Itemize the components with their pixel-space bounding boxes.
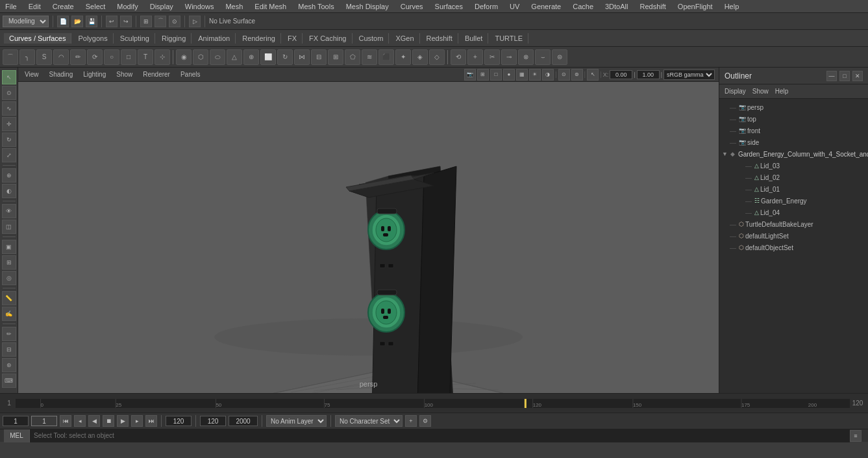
shelf-tab-rigging[interactable]: Rigging: [156, 33, 192, 44]
nurbs-torus-icon[interactable]: ⊕: [243, 49, 259, 65]
outliner-item-front[interactable]: — 📷 front: [719, 125, 868, 136]
menu-meshtools[interactable]: Mesh Tools: [295, 3, 336, 10]
menu-deform[interactable]: Deform: [472, 3, 501, 10]
surface-bevel-icon[interactable]: ⬠: [345, 49, 360, 65]
intersect-icon[interactable]: ⊗: [518, 49, 534, 65]
measure-icon[interactable]: 📏: [2, 291, 16, 305]
vp-texture-icon[interactable]: ▦: [516, 69, 528, 81]
surface-square-icon[interactable]: ⬛: [378, 49, 394, 65]
menu-create[interactable]: Create: [50, 3, 77, 10]
mode-dropdown[interactable]: Modeling: [3, 16, 49, 27]
menu-editmesh[interactable]: Edit Mesh: [252, 3, 289, 10]
new-file-icon[interactable]: 📄: [57, 16, 69, 27]
fillet-icon[interactable]: ⌣: [535, 49, 551, 65]
play-back-btn[interactable]: ◀: [88, 415, 100, 427]
redo-icon[interactable]: ↪: [120, 16, 132, 27]
save-file-icon[interactable]: 💾: [86, 16, 97, 27]
nurbs-cone-icon[interactable]: △: [227, 49, 242, 65]
outliner-content[interactable]: — 📷 persp — 📷 top — 📷 front — 📷 side: [719, 99, 868, 393]
timeline-bar[interactable]: 0 25 50 75 100 120 150 175 200: [16, 399, 850, 408]
soft-select-icon[interactable]: ◐: [2, 184, 16, 198]
universal-icon[interactable]: ⊕: [2, 168, 16, 183]
vp-tab-show[interactable]: Show: [114, 70, 135, 79]
outliner-item-objectset[interactable]: — ⬡ defaultObjectSet: [719, 242, 868, 253]
shelf-tab-rendering[interactable]: Rendering: [237, 33, 281, 44]
menu-3dtall[interactable]: 3DtoAll: [602, 3, 630, 10]
outliner-item-turtle-layer[interactable]: — ⬡ TurtleDefaultBakeLayer: [719, 218, 868, 230]
menu-file[interactable]: File: [3, 3, 19, 10]
snap-point-icon[interactable]: ⊙: [169, 16, 180, 27]
viewport-canvas[interactable]: X Y Z persp: [18, 82, 719, 393]
grease-pencil-icon[interactable]: ✏: [2, 327, 16, 341]
outliner-menu-display[interactable]: Display: [725, 88, 746, 95]
shelf-tab-xgen[interactable]: XGen: [390, 33, 419, 44]
scale-icon[interactable]: ⤢: [2, 148, 16, 162]
menu-cache[interactable]: Cache: [570, 3, 596, 10]
vp-tab-view[interactable]: View: [22, 70, 42, 79]
viewport[interactable]: View Shading Lighting Show Renderer Pane…: [18, 68, 719, 393]
offset-icon[interactable]: ⊜: [552, 49, 567, 65]
shelf-tab-fxcaching[interactable]: FX Caching: [304, 33, 352, 44]
curve-ep-icon[interactable]: ╮: [19, 49, 35, 65]
play-fwd-btn[interactable]: ▶: [117, 415, 129, 427]
outliner-item-side[interactable]: — 📷 side: [719, 136, 868, 148]
render-region-icon[interactable]: ▣: [2, 240, 16, 254]
vp-tab-renderer[interactable]: Renderer: [140, 70, 173, 79]
shelf-tab-redshift[interactable]: Redshift: [421, 33, 458, 44]
menu-uv[interactable]: UV: [507, 3, 522, 10]
vp-shadow-icon[interactable]: ◑: [542, 69, 554, 81]
quick-layout-icon[interactable]: ⊟: [2, 342, 16, 357]
surface-boundary-icon[interactable]: ⊞: [328, 49, 343, 65]
insert-knot-icon[interactable]: +: [467, 49, 483, 65]
shelf-tab-polygons[interactable]: Polygons: [73, 33, 113, 44]
vp-isolate-icon[interactable]: ⊙: [558, 69, 570, 81]
shelf-tab-bullet[interactable]: Bullet: [460, 33, 489, 44]
curve-arc-icon[interactable]: ◠: [53, 49, 69, 65]
outliner-item-lid01[interactable]: — △ Lid_01: [719, 183, 868, 195]
stop-btn[interactable]: ⏹: [103, 415, 114, 427]
mel-tab[interactable]: MEL: [4, 429, 30, 442]
display-layer-icon[interactable]: ◫: [2, 220, 16, 234]
outliner-item-lid03[interactable]: — △ Lid_03: [719, 160, 868, 172]
nurbs-cube-icon[interactable]: ⬡: [193, 49, 208, 65]
select-tool-icon[interactable]: ↖: [2, 70, 16, 84]
nurbs-sphere-icon[interactable]: ◉: [176, 49, 192, 65]
outliner-item-top[interactable]: — 📷 top: [719, 113, 868, 125]
vp-cam-icon[interactable]: 📷: [464, 69, 476, 81]
script-editor-icon[interactable]: ⌨: [2, 374, 16, 388]
shelf-tab-animation[interactable]: Animation: [193, 33, 236, 44]
project-curve-icon[interactable]: ⊸: [501, 49, 517, 65]
outliner-item-persp[interactable]: — 📷 persp: [719, 101, 868, 113]
menu-redshift[interactable]: Redshift: [637, 3, 668, 10]
pivot-icon[interactable]: ◎: [2, 271, 16, 285]
vp-tab-panels[interactable]: Panels: [178, 70, 203, 79]
move-icon[interactable]: ✛: [2, 117, 16, 131]
show-hide-icon[interactable]: 👁: [2, 204, 16, 218]
vp-light-icon[interactable]: ☀: [529, 69, 541, 81]
anim-layer-dropdown[interactable]: No Anim Layer: [266, 415, 327, 427]
curve-square-icon[interactable]: □: [121, 49, 136, 65]
vp-grid-icon[interactable]: ⊞: [477, 69, 489, 81]
outliner-item-lid04[interactable]: — △ Lid_04: [719, 207, 868, 218]
snap-grid-icon[interactable]: ⊞: [140, 16, 152, 27]
trim-icon[interactable]: ✂: [484, 49, 500, 65]
current-frame-input[interactable]: [31, 416, 57, 426]
outliner-item-garden-group[interactable]: ▼ ◆ Garden_Energy_Column_with_4_Socket_a…: [719, 148, 868, 160]
annotation-icon[interactable]: ✍: [2, 307, 16, 321]
vp-smooth-icon[interactable]: ●: [503, 69, 515, 81]
outliner-item-lid02[interactable]: — △ Lid_02: [719, 172, 868, 183]
shelf-tab-fx[interactable]: FX: [282, 33, 303, 44]
menu-surfaces[interactable]: Surfaces: [432, 3, 465, 10]
outliner-menu-show[interactable]: Show: [752, 88, 769, 95]
rotate-icon[interactable]: ↻: [2, 133, 16, 147]
vp-y-input[interactable]: [637, 70, 660, 79]
menu-display[interactable]: Display: [147, 3, 176, 10]
playback-end-input[interactable]: [229, 416, 258, 426]
snap-together-icon[interactable]: ⊞: [2, 255, 16, 270]
rebuild-icon[interactable]: ⟲: [451, 49, 466, 65]
vp-select-mode-icon[interactable]: ↖: [587, 69, 599, 81]
shelf-tab-sculpting[interactable]: Sculpting: [115, 33, 155, 44]
paint-select-icon[interactable]: ⊙: [2, 86, 16, 100]
preferences-btn[interactable]: ⚙: [419, 415, 431, 427]
surface-revolve-icon[interactable]: ↻: [277, 49, 293, 65]
